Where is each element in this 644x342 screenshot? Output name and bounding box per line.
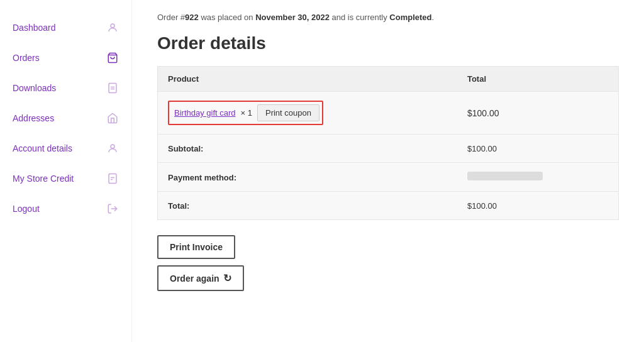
svg-rect-6 <box>109 174 116 184</box>
refresh-icon: ↻ <box>223 272 231 284</box>
sidebar-item-account-details[interactable]: Account details <box>0 133 131 163</box>
svg-rect-2 <box>109 84 116 93</box>
sidebar-item-logout[interactable]: Logout <box>0 194 131 224</box>
sidebar-item-label: Orders <box>13 53 106 63</box>
order-status-prefix: and is currently <box>330 13 389 22</box>
product-cell: Birthday gift card × 1 Print coupon <box>158 92 457 135</box>
logout-icon <box>106 202 119 215</box>
sidebar-item-label: Account details <box>13 143 106 153</box>
downloads-icon <box>106 82 119 94</box>
page-title: Order details <box>157 33 619 53</box>
order-status: Completed <box>389 13 431 22</box>
total-row: Total: $100.00 <box>158 192 619 220</box>
sidebar-item-label: My Store Credit <box>13 174 106 184</box>
sidebar-item-addresses[interactable]: Addresses <box>0 103 131 133</box>
dashboard-icon <box>106 21 119 34</box>
product-row: Birthday gift card × 1 Print coupon $100… <box>158 92 619 135</box>
store-credit-icon <box>106 172 119 185</box>
subtotal-label: Subtotal: <box>168 144 203 153</box>
sidebar-item-dashboard[interactable]: Dashboard <box>0 13 131 43</box>
main-content: Order #922 was placed on November 30, 20… <box>132 0 644 342</box>
sidebar-item-downloads[interactable]: Downloads <box>0 73 131 103</box>
orders-icon <box>106 52 119 64</box>
order-notice: Order #922 was placed on November 30, 20… <box>157 13 619 22</box>
product-highlight-box: Birthday gift card × 1 Print coupon <box>168 101 323 125</box>
col-header-product: Product <box>158 67 457 92</box>
total-value: $100.00 <box>467 201 497 211</box>
sidebar-item-store-credit[interactable]: My Store Credit <box>0 163 131 194</box>
product-total: $100.00 <box>457 92 619 135</box>
order-table: Product Total Birthday gift card × 1 Pri… <box>157 66 619 220</box>
product-link[interactable]: Birthday gift card <box>174 108 236 118</box>
svg-point-5 <box>111 145 114 148</box>
sidebar-item-label: Downloads <box>13 83 106 93</box>
order-again-button[interactable]: Order again ↻ <box>157 265 244 291</box>
sidebar: Dashboard Orders Downloads Addresses Acc… <box>0 0 132 342</box>
product-qty: × 1 <box>241 108 252 118</box>
print-invoice-button[interactable]: Print Invoice <box>157 235 235 259</box>
order-placed-text: was placed on <box>199 13 255 22</box>
payment-label: Payment method: <box>168 173 236 182</box>
order-suffix: . <box>431 13 434 22</box>
sidebar-item-label: Addresses <box>13 113 106 123</box>
subtotal-value: $100.00 <box>467 144 497 153</box>
sidebar-item-label: Logout <box>13 204 106 214</box>
col-header-total: Total <box>457 67 619 92</box>
svg-point-0 <box>111 24 114 28</box>
account-icon <box>106 142 119 155</box>
order-number: 922 <box>185 13 199 22</box>
sidebar-item-label: Dashboard <box>13 23 106 33</box>
payment-row: Payment method: <box>158 163 619 192</box>
order-date: November 30, 2022 <box>255 13 330 22</box>
payment-method-value <box>467 172 543 180</box>
print-coupon-button[interactable]: Print coupon <box>257 104 319 121</box>
sidebar-item-orders[interactable]: Orders <box>0 43 131 73</box>
order-again-label: Order again <box>170 273 219 284</box>
addresses-icon <box>106 112 119 124</box>
subtotal-row: Subtotal: $100.00 <box>158 135 619 163</box>
action-buttons: Print Invoice Order again ↻ <box>157 235 619 291</box>
total-label: Total: <box>168 201 189 211</box>
